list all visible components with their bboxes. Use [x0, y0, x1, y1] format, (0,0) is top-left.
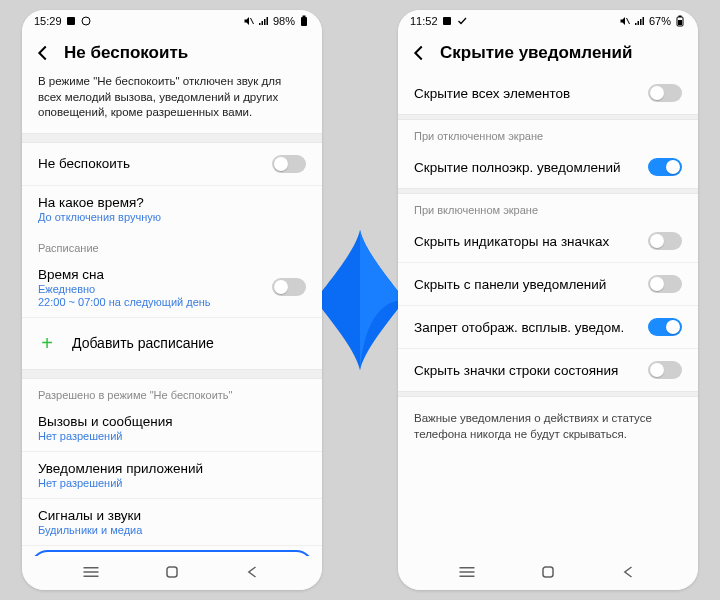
nav-home[interactable] — [538, 564, 558, 580]
row-indicators[interactable]: Скрыть индикаторы на значках — [398, 220, 698, 262]
toggle-fullscreen[interactable] — [648, 158, 682, 176]
nav-recents[interactable] — [81, 564, 101, 580]
row-title: Скрытие полноэкр. уведомлений — [414, 160, 648, 175]
row-calls[interactable]: Вызовы и сообщения Нет разрешений — [22, 405, 322, 451]
toggle-status-icons[interactable] — [648, 361, 682, 379]
status-bar: 11:52 67% — [398, 10, 698, 32]
phone-right: 11:52 67% Скрытие уведомлений Скрытие вс… — [398, 10, 698, 590]
battery-icon — [674, 15, 686, 27]
svg-rect-4 — [261, 21, 263, 25]
phone-left: 15:29 98% Не беспокоить В режиме "Не бес… — [22, 10, 322, 590]
row-title: На какое время? — [38, 195, 306, 210]
clock: 11:52 — [410, 15, 438, 27]
page-title: Не беспокоить — [64, 43, 188, 63]
section-screen-off: При отключенном экране — [398, 120, 698, 146]
row-sub2: 22:00 ~ 07:00 на следующий день — [38, 296, 272, 308]
toggle-sleep[interactable] — [272, 278, 306, 296]
nav-home[interactable] — [162, 564, 182, 580]
toggle-dnd[interactable] — [272, 155, 306, 173]
row-sleep[interactable]: Время сна Ежедневно 22:00 ~ 07:00 на сле… — [22, 258, 322, 317]
row-add-schedule[interactable]: + Добавить расписание — [22, 318, 322, 369]
svg-rect-0 — [67, 17, 75, 25]
page-title: Скрытие уведомлений — [440, 43, 633, 63]
battery-text: 67% — [649, 15, 671, 27]
svg-line-14 — [626, 18, 629, 24]
toggle-hide-all[interactable] — [648, 84, 682, 102]
svg-rect-21 — [678, 20, 682, 25]
status-bar: 15:29 98% — [22, 10, 322, 32]
separator-shape — [313, 225, 408, 375]
content-area: В режиме "Не беспокоить" отключен звук д… — [22, 72, 322, 556]
row-panel[interactable]: Скрыть с панели уведомлений — [398, 263, 698, 305]
clock: 15:29 — [34, 15, 62, 27]
row-dnd[interactable]: Не беспокоить — [22, 143, 322, 185]
mute-icon — [243, 15, 255, 27]
page-header: Скрытие уведомлений — [398, 32, 698, 72]
signal-icon — [634, 15, 646, 27]
row-sub: Нет разрешений — [38, 477, 306, 489]
svg-rect-3 — [259, 23, 261, 25]
svg-rect-15 — [635, 23, 637, 25]
row-title: Скрытие всех элементов — [414, 86, 648, 101]
row-title: Не беспокоить — [38, 156, 272, 171]
nav-recents[interactable] — [457, 564, 477, 580]
row-fullscreen[interactable]: Скрытие полноэкр. уведомлений — [398, 146, 698, 188]
row-status-icons[interactable]: Скрыть значки строки состояния — [398, 349, 698, 391]
svg-rect-8 — [303, 16, 306, 18]
mute-icon — [619, 15, 631, 27]
section-schedule: Расписание — [22, 232, 322, 258]
nav-back[interactable] — [243, 564, 263, 580]
nav-back[interactable] — [619, 564, 639, 580]
back-icon[interactable] — [32, 42, 54, 64]
row-title: Вызовы и сообщения — [38, 414, 306, 429]
signal-icon — [258, 15, 270, 27]
row-popup[interactable]: Запрет отображ. всплыв. уведом. — [398, 306, 698, 348]
row-until[interactable]: На какое время? До отключения вручную — [22, 186, 322, 232]
battery-text: 98% — [273, 15, 295, 27]
check-icon — [456, 15, 468, 27]
svg-rect-12 — [167, 567, 177, 577]
row-hide-all[interactable]: Скрытие всех элементов — [398, 72, 698, 114]
row-title: Сигналы и звуки — [38, 508, 306, 523]
footer-note: Важные уведомления о действиях и статусе… — [398, 397, 698, 456]
add-label: Добавить расписание — [72, 335, 214, 351]
plus-icon: + — [38, 332, 56, 355]
row-title: Время сна — [38, 267, 272, 282]
row-title: Скрыть значки строки состояния — [414, 363, 648, 378]
row-sub: Нет разрешений — [38, 430, 306, 442]
sync-icon — [80, 15, 92, 27]
back-icon[interactable] — [408, 42, 430, 64]
section-allowed: Разрешено в режиме "Не беспокоить" — [22, 379, 322, 405]
row-title: Запрет отображ. всплыв. уведом. — [414, 320, 648, 335]
svg-rect-25 — [543, 567, 553, 577]
page-description: В режиме "Не беспокоить" отключен звук д… — [22, 72, 322, 133]
row-title: Скрыть с панели уведомлений — [414, 277, 648, 292]
row-signals[interactable]: Сигналы и звуки Будильники и медиа — [22, 499, 322, 545]
svg-rect-5 — [264, 19, 266, 25]
row-apps[interactable]: Уведомления приложений Нет разрешений — [22, 452, 322, 498]
svg-rect-17 — [640, 19, 642, 25]
svg-rect-18 — [642, 17, 644, 25]
svg-rect-6 — [266, 17, 268, 25]
row-title: Скрыть индикаторы на значках — [414, 234, 648, 249]
content-area: Скрытие всех элементов При отключенном э… — [398, 72, 698, 556]
toggle-indicators[interactable] — [648, 232, 682, 250]
row-title: Уведомления приложений — [38, 461, 306, 476]
svg-rect-20 — [679, 16, 682, 18]
svg-point-1 — [82, 17, 90, 25]
svg-rect-7 — [301, 17, 307, 26]
svg-line-2 — [250, 18, 253, 24]
section-screen-on: При включенном экране — [398, 194, 698, 220]
toggle-panel[interactable] — [648, 275, 682, 293]
svg-rect-13 — [443, 17, 451, 25]
nav-bar — [398, 556, 698, 590]
row-sub: Будильники и медиа — [38, 524, 306, 536]
nav-bar — [22, 556, 322, 590]
row-sub: До отключения вручную — [38, 211, 306, 223]
app-icon — [65, 15, 77, 27]
row-sub: Ежедневно — [38, 283, 272, 295]
page-header: Не беспокоить — [22, 32, 322, 72]
app-icon — [441, 15, 453, 27]
toggle-popup[interactable] — [648, 318, 682, 336]
svg-rect-16 — [637, 21, 639, 25]
